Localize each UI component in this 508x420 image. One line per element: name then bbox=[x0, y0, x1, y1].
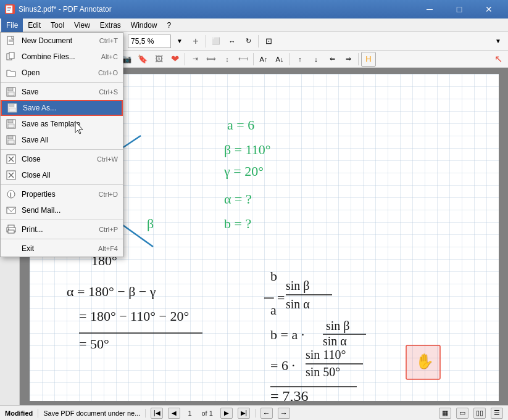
svg-text:β: β bbox=[147, 216, 154, 231]
highlight-btn[interactable]: H bbox=[361, 52, 376, 67]
combine-shortcut: Alt+C bbox=[101, 53, 118, 60]
exit-label: Exit bbox=[22, 244, 93, 253]
status-sep2 bbox=[145, 409, 146, 418]
text-size-up[interactable]: A↑ bbox=[256, 52, 271, 67]
thumbnail-view-btn[interactable]: ▦ bbox=[439, 408, 451, 419]
sep5 bbox=[258, 35, 259, 47]
menu-new-document[interactable]: New Document Ctrl+T bbox=[1, 33, 123, 49]
image-btn[interactable]: 🖼 bbox=[151, 52, 166, 67]
print-icon bbox=[6, 224, 17, 235]
svg-text:a = 6: a = 6 bbox=[227, 117, 254, 133]
sep10 bbox=[358, 53, 359, 65]
continuous-btn[interactable]: ☰ bbox=[491, 408, 503, 419]
minimize-button[interactable]: ─ bbox=[415, 0, 444, 19]
save-as-label: Save As... bbox=[23, 104, 112, 112]
menu-properties[interactable]: i Properties Ctrl+D bbox=[1, 186, 123, 202]
zoom-in-btn[interactable]: + bbox=[188, 34, 203, 49]
menu-open[interactable]: Open Ctrl+O bbox=[1, 65, 123, 81]
exit-shortcut: Alt+F4 bbox=[98, 245, 118, 252]
zoom-combo-btn[interactable]: ▼ bbox=[172, 34, 187, 49]
menu-view[interactable]: View bbox=[69, 19, 95, 32]
rotate-btn[interactable]: ↻ bbox=[241, 34, 256, 49]
stamp-btn[interactable]: 🔖 bbox=[135, 52, 150, 67]
first-page-btn[interactable]: |◀ bbox=[151, 408, 163, 419]
menu-file[interactable]: File bbox=[1, 19, 23, 32]
open-label: Open bbox=[22, 68, 93, 77]
menu-save-as[interactable]: Save As... bbox=[1, 100, 123, 116]
sep4 bbox=[206, 35, 206, 47]
menu-close-all[interactable]: Close All bbox=[1, 167, 123, 183]
svg-rect-56 bbox=[8, 140, 14, 144]
move-dn-btn[interactable]: ↓ bbox=[309, 52, 323, 67]
status-sep3 bbox=[255, 409, 256, 418]
move-up-btn[interactable]: ↑ bbox=[293, 52, 307, 67]
svg-text:sin β: sin β bbox=[326, 319, 350, 333]
fit-width-btn[interactable]: ↔ bbox=[225, 34, 239, 49]
align-right-btn[interactable]: ⇒ bbox=[341, 52, 356, 67]
send-mail-icon bbox=[6, 205, 17, 216]
menu-tool[interactable]: Tool bbox=[46, 19, 69, 32]
statusbar: Modified Save PDF document under ne... |… bbox=[0, 405, 508, 420]
svg-rect-44 bbox=[9, 52, 14, 59]
menu-extras[interactable]: Extras bbox=[95, 19, 126, 32]
save-template-label: Save as Template bbox=[22, 120, 113, 128]
spacing-btn1[interactable]: ⇥ bbox=[188, 52, 202, 67]
current-page: 1 bbox=[185, 410, 194, 417]
svg-text:α = 180° − β − γ: α = 180° − β − γ bbox=[67, 284, 156, 299]
menu-exit[interactable]: Exit Alt+F4 bbox=[1, 241, 123, 257]
pointer-btn[interactable]: ↖ bbox=[491, 52, 506, 67]
svg-rect-1 bbox=[7, 7, 11, 8]
svg-rect-3 bbox=[7, 10, 10, 11]
close-shortcut: Ctrl+W bbox=[97, 155, 118, 163]
align-left-btn[interactable]: ⇐ bbox=[325, 52, 339, 67]
properties-icon: i bbox=[6, 189, 17, 200]
menu-save-template[interactable]: Save as Template bbox=[1, 116, 123, 132]
save-shortcut: Ctrl+S bbox=[99, 88, 118, 96]
close-button[interactable]: ✕ bbox=[475, 0, 503, 19]
svg-text:γ = 20°: γ = 20° bbox=[223, 163, 264, 179]
menu-send-mail[interactable]: Send Mail... bbox=[1, 202, 123, 218]
last-page-btn[interactable]: ▶| bbox=[238, 408, 250, 419]
window-controls: ─ □ ✕ bbox=[415, 0, 503, 19]
sep2 bbox=[1, 149, 123, 150]
svg-rect-52 bbox=[8, 120, 13, 123]
menu-save[interactable]: Save Ctrl+S bbox=[1, 84, 123, 100]
svg-rect-2 bbox=[7, 9, 11, 9]
zoom-input[interactable]: 75,5 % bbox=[128, 35, 171, 48]
fwd-nav-btn[interactable]: → bbox=[278, 408, 290, 419]
next-page-btn[interactable]: ▶ bbox=[220, 408, 233, 419]
sticky-btn[interactable]: ❤ bbox=[167, 52, 182, 67]
svg-rect-47 bbox=[8, 92, 14, 96]
maximize-button[interactable]: □ bbox=[445, 0, 473, 19]
properties-label: Properties bbox=[22, 190, 94, 199]
text-size-dn[interactable]: A↓ bbox=[272, 52, 287, 67]
new-doc-icon bbox=[6, 35, 17, 46]
menu-edit[interactable]: Edit bbox=[23, 19, 46, 32]
toolbar-scroll[interactable]: ▼ bbox=[491, 34, 506, 49]
spacing-btn3[interactable]: ↕ bbox=[220, 52, 235, 67]
svg-text:= 6 ·: = 6 · bbox=[270, 358, 295, 373]
menu-close[interactable]: Close Ctrl+W bbox=[1, 151, 123, 167]
fit-page-btn[interactable]: ⬜ bbox=[209, 34, 223, 49]
file-menu-dropdown: New Document Ctrl+T Combine Files... Alt… bbox=[0, 32, 123, 257]
menu-combine-files[interactable]: Combine Files... Alt+C bbox=[1, 49, 123, 65]
menu-help[interactable]: ? bbox=[162, 19, 177, 32]
menu-save-all[interactable]: Save All bbox=[1, 132, 123, 148]
menu-print[interactable]: Print... Ctrl+P bbox=[1, 221, 123, 237]
spacing-btn2[interactable]: ⟺ bbox=[204, 52, 219, 67]
save-all-icon bbox=[6, 134, 17, 146]
save-as-icon bbox=[7, 102, 18, 113]
single-page-btn[interactable]: ▭ bbox=[456, 408, 468, 419]
save-label: Save bbox=[22, 88, 94, 96]
menu-window[interactable]: Window bbox=[126, 19, 162, 32]
svg-text:= 180° − 110° − 20°: = 180° − 110° − 20° bbox=[79, 308, 189, 324]
app-icon bbox=[5, 4, 15, 14]
sep1 bbox=[1, 82, 123, 83]
two-page-btn[interactable]: ▯▯ bbox=[473, 408, 486, 419]
svg-text:sin 110°: sin 110° bbox=[306, 348, 346, 361]
prev-page-btn[interactable]: ◀ bbox=[168, 408, 180, 419]
fullscreen-btn[interactable]: ⊡ bbox=[261, 34, 276, 49]
spacing-btn4[interactable]: ⟻ bbox=[236, 52, 251, 67]
back-nav-btn[interactable]: ← bbox=[260, 408, 273, 419]
svg-text:b = ?: b = ? bbox=[224, 216, 251, 231]
